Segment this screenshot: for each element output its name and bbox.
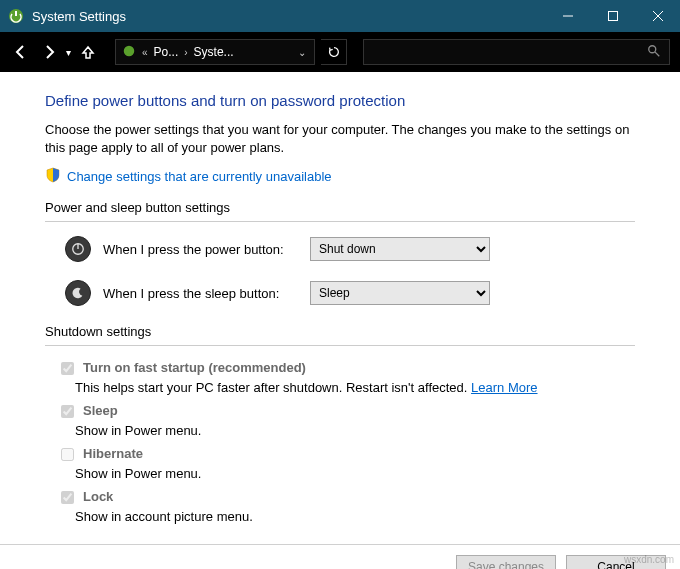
fast-startup-desc: This helps start your PC faster after sh… [75, 380, 467, 395]
fast-startup-label: Turn on fast startup (recommended) [83, 360, 306, 375]
change-settings-link[interactable]: Change settings that are currently unava… [67, 169, 332, 184]
forward-button[interactable] [38, 41, 60, 63]
group-shutdown: Shutdown settings Turn on fast startup (… [45, 324, 635, 524]
svg-rect-3 [608, 12, 617, 21]
group-power-sleep: Power and sleep button settings When I p… [45, 200, 635, 306]
maximize-button[interactable] [590, 0, 635, 32]
group-power-label: Power and sleep button settings [45, 200, 635, 215]
hibernate-option-desc: Show in Power menu. [75, 466, 201, 481]
divider [45, 221, 635, 222]
lock-option-label: Lock [83, 489, 113, 504]
svg-rect-1 [15, 11, 17, 16]
power-icon [65, 236, 91, 262]
sleep-icon [65, 280, 91, 306]
chevron-left-icon: « [140, 47, 150, 58]
shield-icon [45, 167, 61, 186]
page-subtext: Choose the power settings that you want … [45, 121, 635, 157]
sleep-checkbox[interactable] [61, 405, 74, 418]
breadcrumb[interactable]: « Po... › Syste... ⌄ [115, 39, 315, 65]
search-input[interactable] [363, 39, 670, 65]
window-title: System Settings [32, 9, 545, 24]
minimize-button[interactable] [545, 0, 590, 32]
lock-option-desc: Show in account picture menu. [75, 509, 253, 524]
breadcrumb-item-2[interactable]: Syste... [194, 45, 234, 59]
lock-checkbox[interactable] [61, 491, 74, 504]
learn-more-link[interactable]: Learn More [471, 380, 537, 395]
power-button-label: When I press the power button: [103, 242, 298, 257]
power-button-select[interactable]: Shut down [310, 237, 490, 261]
breadcrumb-icon [122, 44, 136, 61]
app-icon [8, 8, 24, 24]
chevron-down-icon[interactable]: ⌄ [296, 47, 308, 58]
close-button[interactable] [635, 0, 680, 32]
svg-line-8 [655, 51, 659, 55]
titlebar: System Settings [0, 0, 680, 32]
cancel-button[interactable]: Cancel [566, 555, 666, 569]
group-shutdown-label: Shutdown settings [45, 324, 635, 339]
up-button[interactable] [77, 41, 99, 63]
footer: Save changes Cancel [0, 544, 680, 569]
chevron-right-icon: › [182, 47, 189, 58]
svg-point-7 [649, 45, 656, 52]
back-button[interactable] [10, 41, 32, 63]
page-title: Define power buttons and turn on passwor… [45, 92, 635, 109]
divider [45, 345, 635, 346]
sleep-option-desc: Show in Power menu. [75, 423, 201, 438]
refresh-button[interactable] [321, 39, 347, 65]
svg-point-6 [124, 45, 135, 56]
sleep-button-label: When I press the sleep button: [103, 286, 298, 301]
hibernate-checkbox[interactable] [61, 448, 74, 461]
fast-startup-checkbox[interactable] [61, 362, 74, 375]
sleep-button-select[interactable]: Sleep [310, 281, 490, 305]
navbar: ▾ « Po... › Syste... ⌄ [0, 32, 680, 72]
save-button[interactable]: Save changes [456, 555, 556, 569]
sleep-option-label: Sleep [83, 403, 118, 418]
recent-locations-button[interactable]: ▾ [66, 47, 71, 58]
breadcrumb-item-1[interactable]: Po... [154, 45, 179, 59]
content-area: Define power buttons and turn on passwor… [0, 72, 680, 544]
hibernate-option-label: Hibernate [83, 446, 143, 461]
search-icon [647, 44, 661, 61]
